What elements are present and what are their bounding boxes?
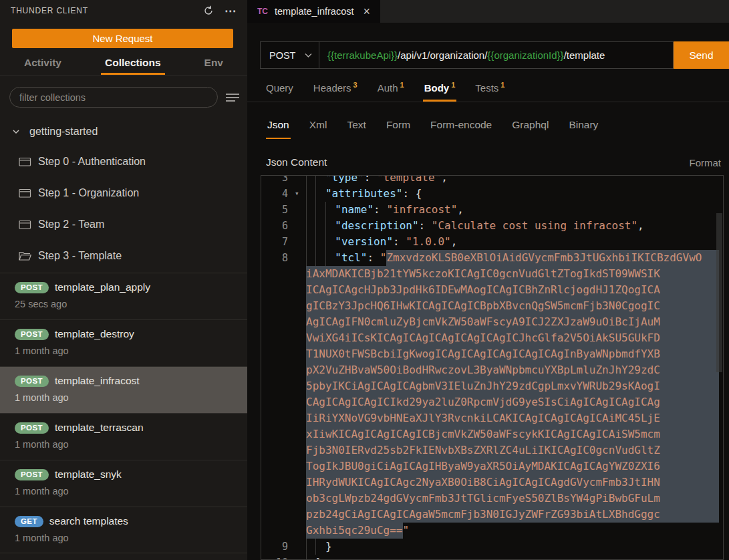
fold-spacer [295, 298, 306, 314]
request-tab-body[interactable]: Body1 [424, 78, 456, 102]
request-row-top: POSTtemplate_terrascan [15, 422, 247, 434]
request-row-top: POSTtemplate_snyk [15, 468, 247, 480]
indent-guide [315, 175, 325, 186]
request-row-top: POSTtemplate_plan_apply [15, 281, 247, 293]
request-time: 1 month ago [15, 392, 247, 403]
new-request-button[interactable]: New Request [12, 29, 233, 48]
line-number [261, 378, 295, 394]
line-number: 6 [261, 218, 295, 234]
code-token: " [403, 523, 410, 539]
url-segment-plain: /template [564, 49, 605, 61]
code-token: ob3cgLWpzb24gdGVycmFmb3JtTGlicmFyeS50ZlB… [306, 491, 719, 507]
body-tab-form[interactable]: Form [385, 115, 412, 139]
url-segment-variable: {{organizationId}} [487, 49, 563, 61]
tab-label: Body [424, 82, 450, 94]
close-tab-icon[interactable]: × [363, 5, 370, 17]
folder-item-step-2-team[interactable]: Step 2 - Team [0, 208, 247, 240]
code-line: Fjb3N0IERvd25sb2FkIENvbXBsZXRlZC4uLiIKIC… [261, 442, 723, 458]
body-tab-form-encode[interactable]: Form-encode [429, 115, 493, 139]
code-line: ob3cgLWpzb24gdGVycmFmb3JtTGlicmFyeS50ZlB… [261, 491, 723, 507]
collection-getting-started[interactable]: getting-started [0, 120, 247, 143]
body-tab-graphql[interactable]: Graphql [511, 115, 550, 139]
indent-guide [325, 250, 335, 266]
line-number [261, 394, 295, 410]
thunder-client-window: THUNDER CLIENT ⋯ New Request ActivityCol… [0, 0, 729, 560]
request-tab-query[interactable]: Query [266, 78, 293, 102]
sidebar-tab-collections[interactable]: Collections [101, 55, 165, 75]
more-actions-icon[interactable]: ⋯ [225, 4, 237, 18]
code-token: VwiXG4iICsKICAgICAgICAgICAgICAgICJhcGlfa… [306, 330, 719, 346]
code-token: "template" [377, 175, 441, 186]
method-dropdown[interactable]: POST [260, 41, 319, 69]
editor-scrollbar-thumb[interactable] [716, 213, 722, 372]
code-token: , [457, 202, 464, 218]
refresh-icon[interactable] [203, 5, 214, 16]
request-tab-headers[interactable]: Headers3 [313, 78, 357, 102]
request-row-top: POSTtemplate_destroy [15, 328, 247, 340]
code-token: iAxMDAKICBjb21tYW5kczoKICAgIC0gcnVudGltZ… [306, 266, 719, 282]
folder-open-icon [19, 251, 31, 261]
chevron-down-icon [305, 53, 312, 58]
body-tab-json[interactable]: Json [266, 115, 291, 139]
folder-item-step-3-template[interactable]: Step 3 - Template [0, 240, 247, 271]
format-button[interactable]: Format [689, 157, 721, 168]
request-item-template-plan-apply[interactable]: POSTtemplate_plan_apply25 secs ago [0, 273, 247, 319]
indent-guide [306, 202, 315, 218]
send-button[interactable]: Send [674, 41, 729, 69]
body-tab-text[interactable]: Text [345, 115, 367, 139]
filter-collections-input[interactable] [9, 87, 218, 108]
fold-spacer [295, 282, 306, 298]
collection-name: getting-started [29, 126, 98, 138]
body-type-tabs: JsonXmlTextFormForm-encodeGraphqlBinary [247, 115, 729, 139]
request-item-template-destroy[interactable]: POSTtemplate_destroy1 month ago [0, 319, 247, 366]
line-number [261, 266, 295, 282]
fold-spacer [295, 330, 306, 346]
request-item-search-templates[interactable]: GETsearch templates1 month ago [0, 507, 247, 553]
code-line: 8"tcl": "ZmxvdzoKLSB0eXBlOiAidGVycmFmb3J… [261, 250, 723, 266]
fold-spacer [295, 442, 306, 458]
code-line: IHRydWUKICAgICAgc2NyaXB0OiB8CiAgICAgICAg… [261, 474, 723, 491]
code-token: "Calculate cost using infracost" [432, 218, 637, 234]
indent-guide [315, 250, 325, 266]
code-line: VwiXG4iICsKICAgICAgICAgICAgICAgICJhcGlfa… [261, 330, 723, 346]
request-tab-tests[interactable]: Tests1 [475, 78, 504, 102]
code-token: xIiwKICAgICAgICAgICBjcmVkZW50aWFscykKICA… [306, 426, 719, 442]
sidebar-tab-env[interactable]: Env [200, 55, 227, 75]
code-token: "attributes" [325, 186, 403, 202]
code-token: ZmxvdzoKLSB0eXBlOiAidGVycmFmb3JtUGxhbiIK… [386, 250, 719, 266]
body-tab-xml[interactable]: Xml [308, 115, 329, 139]
line-number: 10 [261, 555, 295, 560]
request-item-template-infracost[interactable]: POSTtemplate_infracost1 month ago [0, 366, 247, 413]
fold-spacer [295, 362, 306, 378]
indent-guide [306, 186, 315, 202]
folder-item-step-0-authentication[interactable]: Step 0 - Authentication [0, 146, 247, 177]
line-number [261, 314, 295, 330]
line-number: 7 [261, 234, 295, 250]
request-item-template-terrascan[interactable]: POSTtemplate_terrascan1 month ago [0, 413, 247, 460]
request-item-template-snyk[interactable]: POSTtemplate_snyk1 month ago [0, 460, 247, 507]
json-body-editor[interactable]: 3"type": "template",4▾"attributes": {5"n… [261, 175, 724, 560]
fold-spacer [295, 394, 306, 410]
code-line: pzb24gCiAgICAgICAgaW5mcmFjb3N0IGJyZWFrZG… [261, 507, 723, 523]
tab-title: template_infracost [275, 6, 353, 17]
main-panel: TC template_infracost × POST {{terrakube… [247, 0, 729, 560]
indent-guide [315, 539, 325, 555]
request-tab-auth[interactable]: Auth1 [378, 78, 404, 102]
tab-count-badge: 1 [400, 81, 404, 89]
line-number [261, 410, 295, 426]
tab-template-infracost[interactable]: TC template_infracost × [247, 0, 380, 23]
code-token: CAgICAgICAgICIkd29ya2luZ0RpcmVjdG9yeSIsC… [306, 394, 719, 410]
url-input[interactable]: {{terrakubeApi}}/api/v1/organization/{{o… [319, 41, 674, 69]
folder-item-step-1-organization[interactable]: Step 1 - Organization [0, 177, 247, 208]
code-token: Fjb3N0IERvd25sb2FkIENvbXBsZXRlZC4uLiIKIC… [306, 442, 719, 458]
sidebar: THUNDER CLIENT ⋯ New Request ActivityCol… [0, 0, 247, 560]
fold-spacer [295, 346, 306, 362]
sidebar-tab-activity[interactable]: Activity [20, 55, 65, 75]
fold-icon: ▾ [295, 186, 306, 202]
body-tab-binary[interactable]: Binary [567, 115, 599, 139]
code-token: IiRiYXNoVG9vbHNEaXJlY3RvcnkiLCAKICAgICAg… [306, 410, 719, 426]
fold-spacer [295, 250, 306, 266]
sort-icon[interactable] [226, 93, 239, 102]
fold-spacer [295, 426, 306, 442]
sidebar-tabs: ActivityCollectionsEnv [0, 55, 247, 76]
